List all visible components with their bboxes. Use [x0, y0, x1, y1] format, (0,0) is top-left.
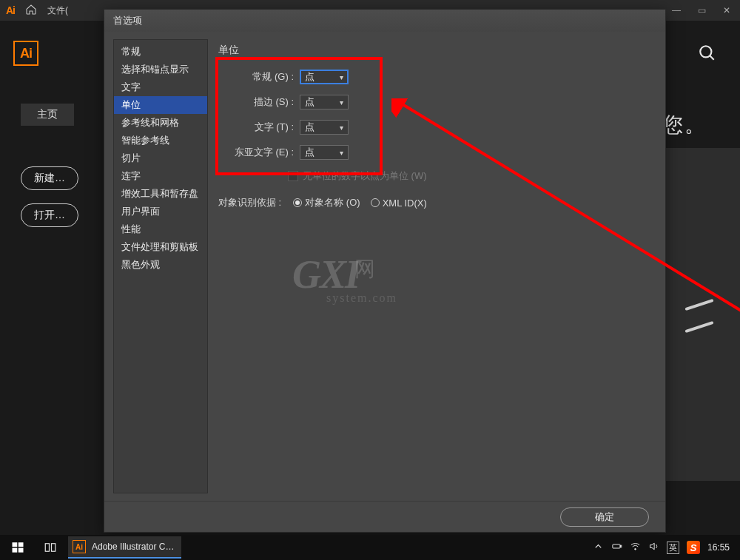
app-logo: Ai: [13, 41, 38, 66]
radio-icon: [371, 198, 380, 207]
menu-file[interactable]: 文件(: [47, 4, 68, 17]
chevron-down-icon: ▾: [340, 124, 343, 132]
prefs-category-item[interactable]: 黑色外观: [114, 256, 207, 274]
prefs-category-item[interactable]: 连字: [114, 167, 207, 185]
svg-rect-7: [52, 544, 56, 552]
select-stroke-units[interactable]: 点▾: [300, 95, 349, 109]
dialog-title: 首选项: [104, 10, 665, 32]
label-stroke: 描边 (S) :: [218, 95, 300, 109]
checkbox-icon: [288, 171, 298, 181]
taskbar-app-illustrator[interactable]: Ai Adobe Illustrator C…: [68, 536, 181, 559]
window-restore-icon[interactable]: ▭: [694, 5, 709, 16]
svg-rect-9: [620, 545, 621, 547]
prefs-category-item[interactable]: 用户界面: [114, 203, 207, 220]
wifi-icon[interactable]: [630, 541, 641, 554]
select-east-asian-units[interactable]: 点▾: [300, 145, 349, 160]
svg-rect-4: [13, 548, 18, 553]
select-general-units[interactable]: 点▾: [300, 70, 349, 84]
prefs-category-item[interactable]: 文字: [114, 78, 207, 96]
start-button[interactable]: [3, 535, 33, 560]
prefs-category-item[interactable]: 常规: [114, 43, 207, 61]
volume-icon[interactable]: [648, 541, 659, 554]
label-identify-by: 对象识别依据 :: [218, 196, 281, 209]
svg-point-10: [635, 548, 636, 550]
ime-indicator[interactable]: 英: [667, 542, 679, 554]
checkbox-numbers-without-units: 无单位的数字以点为单位 (W): [288, 169, 652, 183]
window-minimize-icon[interactable]: —: [669, 5, 684, 16]
chevron-down-icon: ▾: [340, 149, 343, 157]
prefs-category-item[interactable]: 增效工具和暂存盘: [114, 185, 207, 203]
battery-icon[interactable]: [611, 541, 622, 554]
prefs-category-item[interactable]: 选择和锚点显示: [114, 61, 207, 78]
sogou-ime-icon[interactable]: S: [687, 541, 700, 554]
svg-rect-2: [13, 542, 18, 547]
taskbar-app-label: Adobe Illustrator C…: [92, 542, 174, 552]
taskbar: Ai Adobe Illustrator C… 英 S 16:55: [0, 535, 740, 560]
app-brand-small: Ai: [6, 4, 15, 16]
tray-up-icon[interactable]: [593, 541, 604, 554]
bg-panel: [662, 148, 740, 481]
prefs-category-item[interactable]: 切片: [114, 149, 207, 167]
home-tab[interactable]: 主页: [21, 104, 74, 126]
open-button[interactable]: 打开…: [21, 203, 78, 227]
clock[interactable]: 16:55: [707, 542, 730, 553]
radio-xml-id[interactable]: XML ID(X): [371, 198, 427, 209]
radio-object-name[interactable]: 对象名称 (O): [293, 196, 360, 209]
label-east-asian: 东亚文字 (E) :: [218, 146, 300, 159]
svg-rect-5: [18, 548, 24, 553]
prefs-category-list[interactable]: 常规选择和锚点显示文字单位参考线和网格智能参考线切片连字增效工具和暂存盘用户界面…: [113, 39, 208, 493]
task-view-icon[interactable]: [36, 535, 65, 560]
preferences-dialog: 首选项 常规选择和锚点显示文字单位参考线和网格智能参考线切片连字增效工具和暂存盘…: [104, 9, 666, 533]
prefs-category-item[interactable]: 性能: [114, 220, 207, 238]
section-title: 单位: [218, 42, 652, 57]
search-icon[interactable]: [691, 37, 724, 70]
home-icon[interactable]: [25, 4, 37, 18]
new-button[interactable]: 新建…: [21, 166, 78, 190]
label-general: 常规 (G) :: [218, 70, 300, 84]
ok-button[interactable]: 确定: [560, 507, 649, 527]
select-type-units[interactable]: 点▾: [300, 120, 349, 135]
svg-point-0: [700, 46, 711, 57]
ai-icon: Ai: [73, 540, 86, 553]
chevron-down-icon: ▾: [340, 73, 343, 81]
radio-icon: [293, 198, 302, 207]
chevron-down-icon: ▾: [340, 98, 343, 107]
prefs-category-item[interactable]: 参考线和网格: [114, 114, 207, 132]
label-type: 文字 (T) :: [218, 121, 300, 134]
welcome-fragment: 您。: [662, 111, 707, 139]
prefs-category-item[interactable]: 智能参考线: [114, 132, 207, 149]
prefs-category-item[interactable]: 文件处理和剪贴板: [114, 238, 207, 256]
window-close-icon[interactable]: ✕: [719, 5, 734, 16]
svg-rect-8: [613, 544, 620, 548]
prefs-category-item[interactable]: 单位: [114, 96, 207, 114]
svg-rect-6: [45, 544, 49, 552]
svg-rect-3: [18, 542, 24, 547]
